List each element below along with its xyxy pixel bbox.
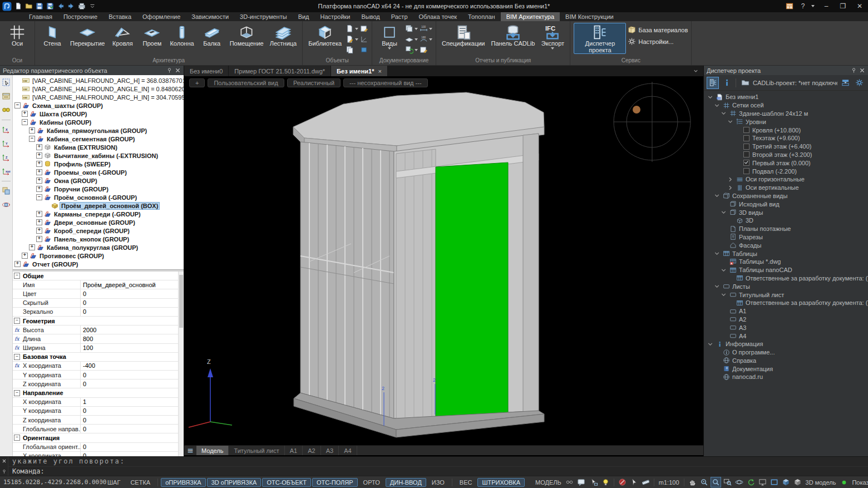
- project-tree-item[interactable]: Техэтаж (+9.600): [704, 134, 868, 142]
- param-tree-item[interactable]: +Шахта (GROUP): [13, 110, 184, 118]
- property-value[interactable]: 2000: [81, 327, 184, 333]
- ribbon-small-button-plane[interactable]: [405, 35, 418, 43]
- property-value[interactable]: 1: [81, 398, 184, 405]
- toggle-1[interactable]: ШАГ: [103, 478, 125, 487]
- selection-cycle-button[interactable]: [589, 477, 599, 487]
- ribbon-small-button-materials[interactable]: База материалов: [628, 26, 688, 34]
- close-icon[interactable]: [2, 459, 7, 464]
- cabin-door-panel[interactable]: [436, 162, 508, 421]
- bulb-button[interactable]: [600, 477, 611, 487]
- param-tree-item[interactable]: Проём_дверей_основной (BOX): [13, 201, 184, 210]
- close-icon[interactable]: [2, 459, 7, 464]
- navigation-compass[interactable]: [614, 82, 691, 162]
- project-tree-item[interactable]: Второй этаж (+3.200): [704, 151, 868, 159]
- pin-icon[interactable]: [2, 469, 7, 474]
- view-button-4[interactable]: --- несохраненный вид ---: [343, 78, 428, 87]
- property-value[interactable]: 100: [81, 344, 184, 351]
- ribbon-tab-14[interactable]: BIM Конструкции: [560, 12, 619, 21]
- ribbon-button-column[interactable]: Колонна: [167, 23, 196, 47]
- project-tree-item[interactable]: Разрезы: [704, 233, 868, 241]
- collapse-icon[interactable]: −: [14, 354, 20, 360]
- no-entry-button[interactable]: [617, 477, 628, 487]
- param-tree-item[interactable]: +Панель_кнопок (GROUP): [13, 235, 184, 243]
- print-button[interactable]: [78, 2, 86, 10]
- cube-shaded-button[interactable]: [781, 477, 791, 487]
- param-tree-item[interactable]: −Кабина_сегментная (GROUP): [13, 135, 184, 143]
- param-tree-item[interactable]: var[VAR_CABINE_HALFROUND_ARC_H] = 368.03…: [13, 76, 184, 85]
- chevron-down-icon[interactable]: [707, 93, 714, 101]
- project-structure-button[interactable]: [707, 77, 719, 89]
- nodes-indicator[interactable]: [839, 477, 849, 487]
- project-tree-item[interactable]: Оси вертикальные: [704, 184, 868, 192]
- project-tree-item[interactable]: Исходный вид: [704, 200, 868, 208]
- chevron-down-icon[interactable]: [720, 291, 727, 298]
- param-tree-item[interactable]: +Противовес (GROUP): [13, 252, 184, 260]
- property-value[interactable]: 0: [81, 381, 184, 387]
- zoom-window-button[interactable]: [722, 477, 733, 487]
- model-3d-label[interactable]: 3D модель: [804, 479, 838, 486]
- checkbox-checked[interactable]: [743, 160, 749, 166]
- ribbon-button-slab[interactable]: Перекрытие: [68, 23, 107, 47]
- hand-button[interactable]: [687, 477, 698, 487]
- project-tree-item[interactable]: Планы поэтажные: [704, 225, 868, 233]
- project-tree-item[interactable]: Подвал (-2.200): [704, 167, 868, 175]
- property-value[interactable]: 800: [81, 336, 184, 342]
- layout-tab-5[interactable]: А3: [321, 446, 339, 455]
- expand-icon[interactable]: +: [29, 127, 35, 134]
- layout-menu-button[interactable]: [184, 446, 196, 455]
- checkbox-unchecked[interactable]: [743, 127, 749, 133]
- expand-icon[interactable]: +: [36, 161, 42, 167]
- back-arrow-button[interactable]: [57, 2, 65, 10]
- rotate-3d-icon[interactable]: [2, 200, 11, 209]
- toggle-9[interactable]: ИЗО: [427, 478, 449, 487]
- settings-gear-button[interactable]: [853, 77, 865, 89]
- project-tree-item[interactable]: А3: [704, 323, 868, 332]
- ribbon-button-grid[interactable]: Оси: [3, 23, 31, 47]
- axis-xyz-icon[interactable]: xyz: [2, 167, 11, 176]
- project-folder-button[interactable]: [739, 77, 751, 89]
- param-tree-item[interactable]: var[VAR_CABINE_HALFROUND_ARC_H_IN] = 304…: [13, 93, 184, 101]
- param-tree-item[interactable]: +Двери_основные (GROUP): [13, 218, 184, 226]
- param-tree-item[interactable]: +Поручни (GROUP): [13, 185, 184, 193]
- frame-button[interactable]: [769, 477, 780, 487]
- monitor-button[interactable]: [757, 477, 768, 487]
- project-tree-item[interactable]: А1: [704, 307, 868, 316]
- sync-table-button[interactable]: [839, 77, 851, 89]
- ribbon-button-list[interactable]: Спецификации: [440, 23, 487, 47]
- param-tree-item[interactable]: −Проём_основной (-GROUP): [13, 193, 184, 201]
- ribbon-button-beam[interactable]: Балка: [198, 23, 226, 47]
- expand-icon[interactable]: +: [36, 211, 42, 217]
- ribbon-tab-6[interactable]: 3D-инструменты: [234, 12, 293, 21]
- project-tree-item[interactable]: Здание-шаблон 24x12 м: [704, 110, 868, 118]
- toggle-6[interactable]: ОТС-ПОЛЯР: [312, 478, 358, 487]
- chevron-down-icon[interactable]: [720, 209, 727, 216]
- project-tree-item[interactable]: 3D: [704, 216, 868, 225]
- ribbon-tab-9[interactable]: Вывод: [356, 12, 385, 21]
- save-button[interactable]: [36, 2, 43, 10]
- project-tree-item[interactable]: Третий этаж (+6.400): [704, 142, 868, 151]
- ribbon-tab-12[interactable]: Топоплан: [462, 12, 501, 21]
- project-tree-item[interactable]: Сетки осей: [704, 101, 868, 110]
- project-tree-item[interactable]: Справка: [704, 357, 868, 365]
- param-tree-item[interactable]: +Отчет (GROUP): [13, 260, 184, 268]
- expand-icon[interactable]: +: [22, 253, 28, 259]
- ribbon-button-opening[interactable]: Проем: [138, 23, 166, 47]
- close-icon[interactable]: [859, 67, 865, 73]
- axis-x-icon[interactable]: X: [2, 125, 11, 134]
- ribbon-tab-2[interactable]: Построение: [58, 12, 103, 21]
- ribbon-tab-8[interactable]: Настройки: [315, 12, 356, 21]
- axis-z-icon[interactable]: Z: [2, 153, 11, 162]
- ribbon-small-button-gear[interactable]: Настройки...: [628, 37, 688, 46]
- expand-icon[interactable]: +: [22, 111, 28, 117]
- orbit-button[interactable]: [734, 477, 744, 487]
- chevron-down-icon[interactable]: [727, 118, 734, 125]
- chev-down-icon[interactable]: [693, 68, 699, 74]
- property-value[interactable]: 0: [81, 452, 184, 456]
- object-properties-icon[interactable]: [2, 92, 11, 101]
- ribbon-small-button-sheet-edit[interactable]: [360, 24, 368, 33]
- ribbon-tab-4[interactable]: Оформление: [137, 12, 186, 21]
- project-tree-item[interactable]: Документация: [704, 364, 868, 373]
- collapse-icon[interactable]: −: [14, 318, 20, 324]
- toggle-7[interactable]: ОРТО: [359, 478, 384, 487]
- layers-icon[interactable]: [2, 186, 11, 195]
